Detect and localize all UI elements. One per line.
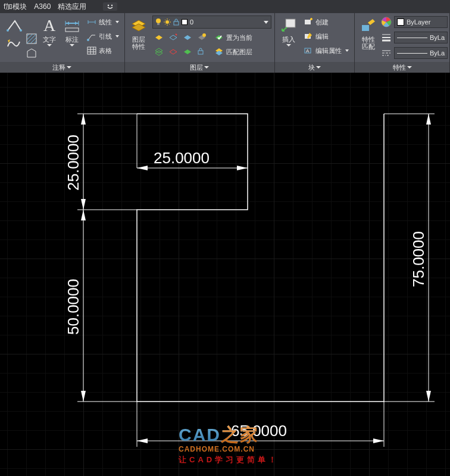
text-label: 文字 — [43, 36, 56, 43]
svg-rect-14 — [286, 19, 295, 27]
svg-marker-23 — [137, 166, 148, 170]
dimension-button[interactable]: 标注 — [62, 15, 82, 46]
sun-icon — [164, 18, 171, 26]
panel-layers-title[interactable]: 图层 — [125, 62, 274, 73]
dim-75-v: 75.0000 — [384, 114, 435, 402]
svg-text:25.0000: 25.0000 — [64, 135, 82, 191]
drawing-canvas[interactable]: 25.0000 25.0000 50.0000 75.0000 — [0, 73, 450, 476]
svg-point-1 — [111, 5, 112, 6]
svg-point-3 — [20, 29, 22, 32]
match-layer-button[interactable]: 匹配图层 — [212, 45, 255, 58]
svg-text:A: A — [306, 48, 310, 54]
layer-tool-1[interactable] — [154, 33, 164, 42]
set-current-layer-button[interactable]: 置为当前 — [212, 31, 255, 44]
svg-rect-19 — [362, 25, 369, 31]
svg-point-0 — [108, 5, 109, 6]
edit-attr-button[interactable]: A编辑属性 — [301, 44, 351, 57]
svg-rect-5 — [65, 28, 79, 32]
layer-tool-3[interactable] — [183, 33, 192, 42]
svg-marker-29 — [81, 114, 86, 125]
feedback-button[interactable] — [103, 2, 117, 11]
text-button[interactable]: A 文字 — [39, 15, 60, 46]
svg-marker-46 — [137, 438, 148, 443]
svg-marker-30 — [81, 199, 86, 210]
layer-tool-2[interactable] — [168, 33, 178, 42]
drawing-svg: 25.0000 25.0000 50.0000 75.0000 — [0, 73, 450, 476]
svg-text:65.0000: 65.0000 — [231, 422, 287, 440]
layer-dropdown[interactable]: 0 — [152, 15, 271, 29]
tab-addon[interactable]: f加模块 — [4, 2, 27, 12]
svg-rect-9 — [157, 23, 160, 25]
svg-text:50.0000: 50.0000 — [64, 279, 82, 335]
panel-annotate-title[interactable]: 注释 — [0, 62, 124, 73]
layer-tool-5[interactable] — [154, 47, 164, 57]
insert-block-button[interactable]: 插入 — [279, 15, 299, 46]
dim-25-h: 25.0000 — [137, 114, 248, 170]
color-dropdown[interactable]: ByLayer — [394, 16, 448, 28]
match-props-button[interactable]: 特性 匹配 — [358, 15, 379, 50]
hatch-icon[interactable] — [26, 33, 37, 44]
linetype-dropdown[interactable]: ByLa — [394, 47, 448, 59]
tab-apps[interactable]: 精选应用 — [58, 2, 86, 12]
layer-tool-4[interactable] — [197, 33, 207, 42]
svg-marker-41 — [426, 391, 431, 402]
dim-25-v: 25.0000 — [64, 114, 137, 210]
svg-point-6 — [87, 39, 89, 41]
svg-text:75.0000: 75.0000 — [410, 231, 427, 287]
svg-rect-15 — [305, 20, 311, 24]
svg-point-8 — [156, 18, 161, 23]
current-layer-name: 0 — [190, 18, 193, 26]
svg-text:25.0000: 25.0000 — [154, 149, 210, 167]
svg-rect-7 — [88, 47, 96, 54]
edit-block-button[interactable]: 编辑 — [301, 30, 351, 43]
svg-point-2 — [7, 29, 9, 32]
lineweight-dropdown[interactable]: ByLa — [394, 32, 448, 43]
lineweight-icon[interactable] — [381, 32, 392, 43]
lightbulb-icon — [155, 18, 161, 26]
color-wheel-icon[interactable] — [381, 17, 392, 27]
region-icon[interactable] — [26, 48, 37, 58]
layer-color-swatch — [182, 19, 188, 25]
svg-rect-13 — [198, 51, 203, 54]
svg-marker-40 — [426, 114, 431, 125]
dim-65-h: 65.0000 — [137, 402, 384, 447]
panel-block-title[interactable]: 块 — [275, 62, 354, 73]
svg-marker-34 — [81, 210, 86, 220]
layer-tool-7[interactable] — [183, 47, 192, 57]
table-button[interactable]: 表格 — [85, 44, 121, 57]
linear-button[interactable]: 线性 — [85, 15, 121, 29]
svg-marker-24 — [237, 166, 248, 170]
leader-button[interactable]: 引线 — [85, 30, 121, 43]
layer-tool-6[interactable] — [168, 47, 178, 57]
panel-props-title[interactable]: 特性 — [355, 62, 449, 73]
svg-rect-11 — [174, 21, 179, 25]
dim-50-v: 50.0000 — [64, 210, 137, 402]
svg-point-10 — [165, 20, 169, 24]
layer-tools-grid — [152, 31, 208, 58]
ribbon: A 文字 标注 线性 引线 表格 注释 图层 特性 — [0, 13, 450, 73]
svg-marker-47 — [373, 438, 384, 443]
linetype-icon[interactable] — [381, 48, 392, 58]
layer-tool-8[interactable] — [197, 47, 207, 57]
create-block-button[interactable]: 创建 — [301, 15, 351, 29]
lock-icon — [173, 18, 179, 26]
edge-button[interactable] — [4, 15, 24, 50]
tab-a360[interactable]: A360 — [34, 2, 51, 11]
svg-point-12 — [202, 33, 206, 37]
svg-marker-35 — [81, 391, 86, 402]
layer-props-button[interactable]: 图层 特性 — [129, 15, 149, 50]
dim-label: 标注 — [65, 36, 79, 43]
